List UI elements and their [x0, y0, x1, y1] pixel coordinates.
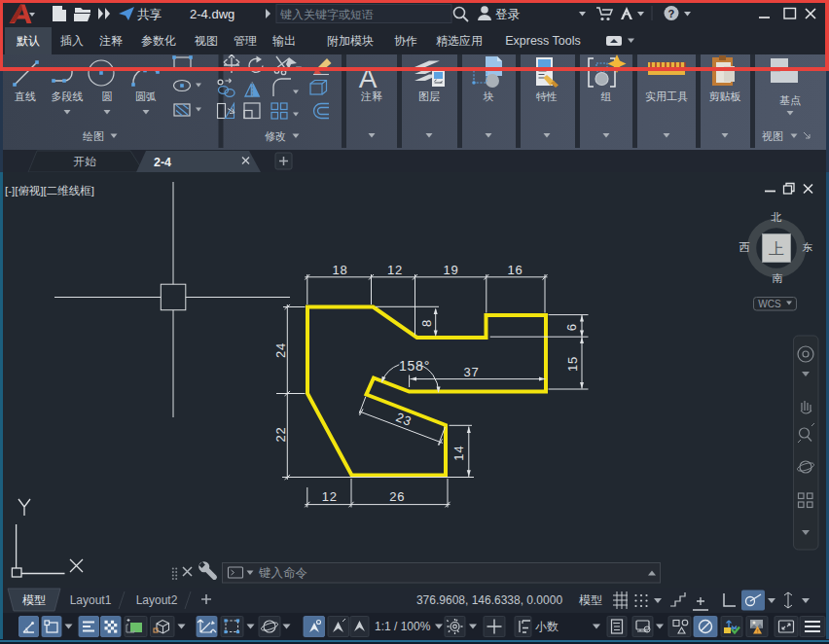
svg-text:模型: 模型: [579, 593, 602, 607]
svg-text:24: 24: [273, 342, 288, 358]
svg-text:基点: 基点: [779, 94, 801, 106]
svg-text:2-4: 2-4: [154, 156, 171, 169]
svg-text:视图: 视图: [762, 130, 783, 142]
svg-text:剪贴板: 剪贴板: [709, 90, 741, 102]
svg-text:西: 西: [739, 241, 750, 253]
svg-text:绘图: 绘图: [83, 130, 104, 142]
svg-text:注释: 注释: [360, 90, 382, 102]
svg-text:14: 14: [452, 446, 467, 461]
svg-text:37: 37: [463, 365, 479, 379]
svg-text:直线: 直线: [14, 90, 36, 102]
svg-text:小数: 小数: [535, 620, 559, 633]
svg-text:16: 16: [507, 263, 523, 277]
svg-text:模型: 模型: [22, 593, 46, 607]
svg-text:158°: 158°: [399, 358, 430, 374]
svg-text:15: 15: [565, 356, 580, 372]
svg-text:多段线: 多段线: [52, 90, 84, 102]
svg-text:12: 12: [322, 489, 338, 504]
svg-text:上: 上: [769, 240, 784, 257]
svg-text:2-4.dwg: 2-4.dwg: [190, 7, 234, 21]
svg-text:北: 北: [771, 211, 782, 223]
svg-text:共享: 共享: [137, 8, 162, 21]
svg-text:圆: 圆: [102, 90, 113, 102]
svg-text:22: 22: [273, 426, 288, 442]
svg-text:圆弧: 圆弧: [135, 90, 157, 102]
svg-text:26: 26: [389, 489, 405, 504]
svg-text:19: 19: [443, 263, 458, 277]
svg-text:图层: 图层: [418, 90, 440, 102]
svg-text:修改: 修改: [265, 130, 286, 142]
svg-text:开始: 开始: [73, 155, 96, 168]
svg-text:块: 块: [484, 90, 494, 102]
svg-text:?: ?: [668, 8, 675, 19]
svg-text:1:1 / 100%: 1:1 / 100%: [375, 620, 431, 633]
svg-text:实用工具: 实用工具: [645, 90, 688, 102]
svg-text:12: 12: [387, 263, 403, 277]
svg-text:键入命令: 键入命令: [258, 566, 307, 580]
svg-text:6: 6: [565, 323, 580, 331]
svg-text:A: A: [359, 63, 378, 93]
svg-text:WCS: WCS: [758, 299, 781, 309]
svg-text:东: 东: [803, 241, 813, 253]
svg-text:登录: 登录: [495, 8, 521, 21]
svg-text:组: 组: [601, 90, 612, 102]
svg-text:376.9608, 146.6338, 0.0000: 376.9608, 146.6338, 0.0000: [416, 593, 562, 607]
svg-text:8: 8: [419, 319, 434, 327]
svg-text:Layout2: Layout2: [136, 593, 178, 607]
svg-text:键入关键字或短语: 键入关键字或短语: [280, 8, 374, 21]
svg-text:特性: 特性: [535, 90, 558, 102]
svg-text:18: 18: [332, 263, 347, 277]
svg-text:Layout1: Layout1: [70, 593, 112, 607]
svg-text:南: 南: [773, 272, 783, 284]
svg-text:[-][俯视][二维线框]: [-][俯视][二维线框]: [5, 185, 94, 197]
